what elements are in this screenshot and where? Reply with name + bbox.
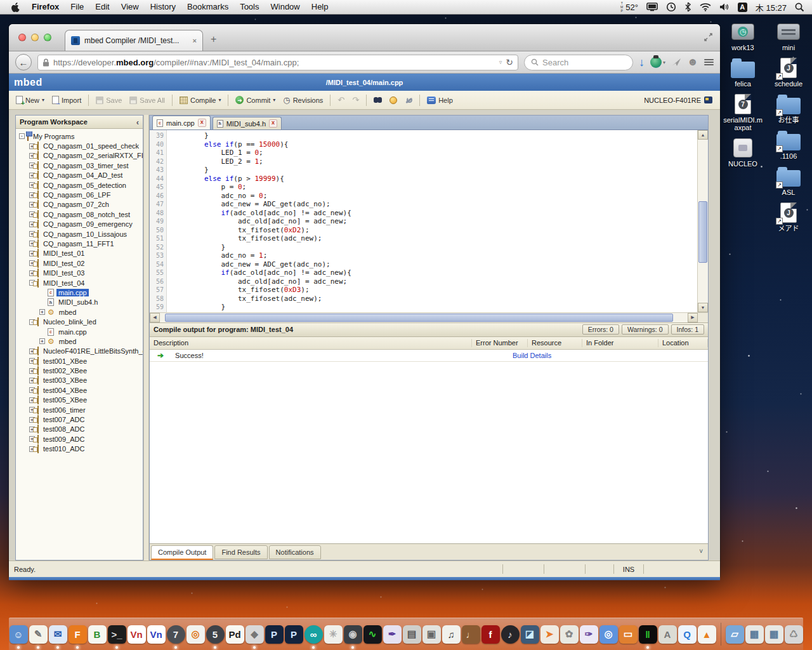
tree-item-test002-xbee[interactable]: +test002_XBee	[16, 366, 143, 375]
tree-item-nucleo-blink-led[interactable]: -Nucleo_blink_led	[16, 317, 143, 326]
scroll-right-icon[interactable]: ▶	[688, 313, 698, 322]
tree-item-test004-xbee[interactable]: +test004_XBee	[16, 385, 143, 395]
dock-icon-camera-app[interactable]: ◉	[344, 625, 362, 644]
tree-item-cq-nagasm-04-ad-test[interactable]: +CQ_nagasm_04_AD_test	[16, 171, 143, 180]
tree-item-cq-nagasm-06-lpf[interactable]: +CQ_nagasm_06_LPF	[16, 190, 143, 199]
horizontal-scrollbar[interactable]: ◀ ▶	[150, 312, 708, 322]
url-dropdown-icon[interactable]: ▿	[499, 59, 502, 65]
desktop-icon-felica[interactable]: felica	[723, 57, 763, 88]
tree-item-midi-test-01[interactable]: +MIDI_test_01	[16, 249, 143, 258]
dock-icon-window-stack-a[interactable]: ▦	[745, 625, 764, 644]
tree-item-nucleof401re-littlebitssynth-cor[interactable]: +NucleoF401RE_LittleBitsSynth_cor	[16, 347, 143, 356]
tree-item-mbed[interactable]: +⚙mbed	[16, 307, 143, 317]
dock-icon-frame-app[interactable]: ▣	[422, 625, 441, 644]
desktop-icon-メアド[interactable]: J↗メアド	[768, 202, 809, 232]
vertical-scrollbar[interactable]: ▲ ▼	[697, 130, 708, 312]
menu-item-bookmarks[interactable]: Bookmarks	[181, 0, 234, 14]
tree-item-cq-nagasm-03-timer-test[interactable]: +CQ_nagasm_03_timer_test	[16, 161, 143, 170]
tree-item-cq-nagasm-07-2ch[interactable]: +CQ_nagasm_07_2ch	[16, 200, 143, 209]
collapse-icon[interactable]: -	[19, 133, 25, 139]
new-tab-button[interactable]: +	[211, 34, 216, 44]
tree-item-main-cpp[interactable]: cmain.cpp	[16, 327, 143, 336]
dock-icon-cube-app[interactable]: ◆	[246, 625, 264, 644]
menu-item-firefox[interactable]: Firefox	[26, 0, 65, 14]
dock-icon-presenter-app[interactable]: ▭	[619, 625, 638, 644]
infos-count-button[interactable]: Infos: 1	[671, 324, 704, 335]
expand-icon[interactable]: +	[39, 338, 45, 344]
menu-item-view[interactable]: View	[115, 0, 145, 14]
column-header-resource[interactable]: Resource	[528, 339, 582, 347]
dock-icon-documents-folder[interactable]: ▱	[726, 625, 744, 644]
dock-icon-quicktime[interactable]: Q	[678, 625, 697, 644]
menubar-clock[interactable]: 木 15:27	[756, 1, 787, 13]
dock-icon-pure-data[interactable]: Pd	[226, 625, 244, 644]
fullscreen-icon[interactable]	[704, 33, 712, 41]
menu-item-history[interactable]: History	[145, 0, 181, 14]
spotlight-icon[interactable]	[795, 3, 804, 12]
input-source-icon[interactable]: A	[738, 3, 747, 12]
url-bar[interactable]: https://developer.mbed.org/compiler/#nav…	[37, 55, 518, 70]
dock-icon-max5[interactable]: 5	[206, 625, 225, 644]
panel-tab-compile-output[interactable]: Compile Output	[151, 545, 213, 560]
tree-item-main-cpp[interactable]: cmain.cpp	[16, 288, 143, 297]
settings-button[interactable]	[402, 95, 416, 106]
code-pane[interactable]: } else if(p == 15000){ LED_1 = 0; LED_2 …	[167, 130, 697, 312]
table-row[interactable]: ➔Success!Build Details	[150, 350, 708, 362]
tree-item-test007-adc[interactable]: +test007_ADC	[16, 415, 143, 424]
search-input[interactable]: Search	[524, 55, 633, 70]
close-tab-icon[interactable]: x	[269, 119, 277, 128]
menu-item-file[interactable]: File	[65, 0, 89, 14]
scroll-up-icon[interactable]: ▲	[698, 130, 708, 140]
temperature-widget[interactable]: 52°	[625, 3, 638, 12]
tree-item-test005-xbee[interactable]: +test005_XBee	[16, 395, 143, 405]
tab-close-icon[interactable]: ×	[193, 37, 197, 44]
dock-icon-vnc-viewer-a[interactable]: Vn	[128, 625, 146, 644]
dock-icon-vnc-viewer-b[interactable]: Vn	[147, 625, 166, 644]
display-icon[interactable]	[646, 3, 658, 11]
dock-icon-finder[interactable]: ☺	[10, 625, 28, 644]
desktop-icon-serialmidi-maxpat[interactable]: 7serialMIDI.maxpat	[723, 93, 763, 131]
tree-item-cq-nagasm-05-detection[interactable]: +CQ_nagasm_05_detection	[16, 180, 143, 190]
dock-icon-pen-app[interactable]: ✒	[383, 625, 402, 644]
column-header-location[interactable]: Location	[658, 339, 708, 347]
target-device-button[interactable]: NUCLEO-F401RE	[644, 96, 716, 104]
tree-item-midi-test-03[interactable]: +MIDI_test_03	[16, 268, 143, 277]
tree-item-cq-nagasm-11-fft1[interactable]: +CQ_nagasm_11_FFT1	[16, 239, 143, 248]
wifi-icon[interactable]	[700, 3, 711, 11]
tree-item-cq-nagasm-10-lissajous[interactable]: +CQ_nagasm_10_Lissajous	[16, 229, 143, 239]
collapse-sidebar-icon[interactable]: ‹	[136, 117, 139, 127]
reload-icon[interactable]: ↻	[506, 57, 513, 67]
editor-tab-midi-sub4-h[interactable]: hMIDI_sub4.hx	[213, 117, 282, 129]
desktop-icon-work13[interactable]: work13	[723, 21, 763, 51]
dock-icon-white-star-app[interactable]: ✳	[324, 625, 343, 644]
dock-icon-arduino[interactable]: ∞	[304, 625, 323, 644]
apple-menu[interactable]	[5, 3, 26, 12]
dock-icon-firefox[interactable]: F	[69, 625, 87, 644]
desktop-icon-asl[interactable]: ↗ASL	[768, 166, 809, 196]
hscroll-thumb[interactable]	[165, 314, 673, 322]
panel-collapse-chevron-icon[interactable]: ˅	[699, 548, 703, 555]
errors-count-button[interactable]: Errors: 0	[582, 324, 619, 335]
dock-icon-letter-b-app[interactable]: B	[88, 625, 107, 644]
dock-icon-spectrum-app[interactable]: ‖	[639, 625, 657, 644]
close-window-button[interactable]	[18, 34, 26, 41]
dock-icon-blue-swirl-app[interactable]: ◎	[599, 625, 618, 644]
bluetooth-icon[interactable]	[684, 2, 691, 12]
feedback-smiley-icon[interactable]: ☻	[687, 56, 698, 69]
menu-hamburger-icon[interactable]	[704, 59, 714, 65]
tree-item-cq-nagasm-09-emergency[interactable]: +CQ_nagasm_09_emergency	[16, 220, 143, 229]
redo-button[interactable]: ↷	[349, 94, 362, 106]
zoom-window-button[interactable]	[44, 34, 51, 41]
back-button[interactable]: ←	[15, 54, 32, 70]
build-details-link[interactable]: Build Details	[509, 352, 555, 359]
dock-icon-vlc[interactable]: ▲	[698, 625, 716, 644]
tree-item-test009-adc[interactable]: +test009_ADC	[16, 434, 143, 444]
column-header-description[interactable]: Description	[150, 339, 472, 347]
downloads-icon[interactable]: ↓	[639, 56, 645, 68]
warnings-count-button[interactable]: Warnings: 0	[622, 324, 669, 335]
scroll-down-icon[interactable]: ▼	[698, 303, 708, 312]
browser-tab[interactable]: mbed Compiler /MIDI_test... ×	[65, 30, 203, 51]
dock-icon-imovie[interactable]: ◪	[521, 625, 539, 644]
minimize-window-button[interactable]	[31, 34, 39, 41]
menu-item-help[interactable]: Help	[306, 0, 334, 14]
